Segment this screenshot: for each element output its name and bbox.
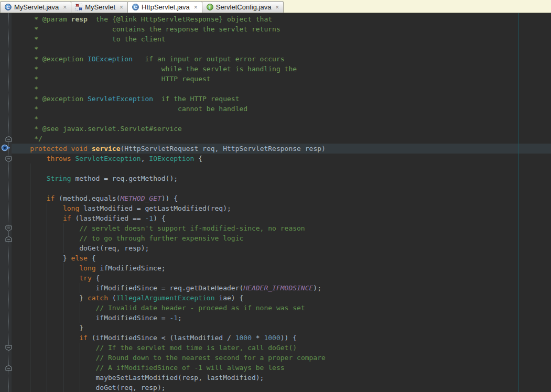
token-doc: * while the servlet is handling the <box>14 65 297 73</box>
tab-label: ServletConfig.java <box>216 3 272 11</box>
token-plain <box>88 145 92 153</box>
code-line: if (method.equals(METHOD_GET)) { <box>14 193 326 203</box>
token-plain: { <box>88 254 96 262</box>
code-line: } else { <box>14 253 326 263</box>
token-kw: throws <box>47 155 71 162</box>
token-plain: { <box>194 155 202 162</box>
fold-collapse-up-icon[interactable] <box>5 135 12 141</box>
editor-tab-servletconfig-java[interactable]: IServletConfig.java× <box>202 1 284 13</box>
token-kw: void <box>71 145 88 153</box>
code-line: * HTTP request <box>14 74 326 84</box>
code-line: long lastModified = getLastModified(req)… <box>14 203 326 213</box>
code-line: * to the client <box>14 34 326 44</box>
token-plain <box>14 155 47 162</box>
token-cls: IllegalArgumentException <box>116 294 215 302</box>
code-line: * <box>14 44 326 54</box>
token-plain: , <box>141 155 149 162</box>
code-line: // Invalid date header - proceed as if n… <box>14 303 326 313</box>
code-line: * @exception ServletException if the HTT… <box>14 94 326 104</box>
token-plain: ifModifiedSince = <box>14 314 169 322</box>
code-line: doGet(req, resp); <box>14 243 326 253</box>
tab-close-icon[interactable]: × <box>194 4 198 10</box>
code-editor[interactable]: * @param resp the {@link HttpServletResp… <box>0 13 551 392</box>
token-plain: method = req.getMethod(); <box>71 175 178 182</box>
fold-collapse-down-icon[interactable] <box>5 344 12 350</box>
editor-tab-httpservlet-java[interactable]: CHttpServlet.java× <box>127 1 202 13</box>
token-plain: iae) { <box>215 294 244 302</box>
code-line: * <box>14 84 326 94</box>
token-doc: * to the client <box>14 35 166 43</box>
token-tagval: resp <box>71 15 88 23</box>
code-line: } <box>14 323 326 333</box>
code-line: * <box>14 114 326 124</box>
tab-close-icon[interactable]: × <box>275 4 279 10</box>
editor-gutter <box>0 13 12 392</box>
token-num: -1 <box>145 214 153 222</box>
fold-collapse-up-icon[interactable] <box>5 235 12 241</box>
method-overridden-marker-icon[interactable] <box>1 144 10 151</box>
token-doc: */ <box>14 135 42 143</box>
token-cmt: // Invalid date header - proceed as if n… <box>96 304 305 312</box>
folding-line <box>8 13 9 392</box>
token-kw: protected <box>30 145 67 153</box>
token-num: -1 <box>169 314 178 322</box>
code-line <box>14 164 326 173</box>
token-num: 1000 <box>235 334 252 342</box>
token-plain <box>67 145 71 153</box>
fold-collapse-down-icon[interactable] <box>5 155 12 161</box>
fold-collapse-up-icon[interactable] <box>5 364 12 370</box>
token-doc: * @see javax.servlet.Servlet#service <box>14 125 182 133</box>
token-plain: doGet(req, resp); <box>14 244 149 252</box>
token-doc: * <box>14 85 38 93</box>
code-line: * @param resp the {@link HttpServletResp… <box>14 14 326 24</box>
token-kw: long <box>79 264 95 272</box>
token-cls: String <box>47 175 71 182</box>
token-plain: ifModifiedSince; <box>96 264 166 272</box>
tab-label: MyServlet.java <box>14 3 59 11</box>
token-plain: maybeSetLastModified(resp, lastModified)… <box>14 374 264 382</box>
editor-tab-myservlet[interactable]: MyServlet× <box>71 1 128 13</box>
code-line: long ifModifiedSince; <box>14 263 326 273</box>
code-line: if (ifModifiedSince < (lastModified / 10… <box>14 333 326 343</box>
token-plain <box>14 304 96 312</box>
class-icon: C <box>5 4 12 10</box>
token-plain: (HttpServletRequest req, HttpServletResp… <box>121 145 326 153</box>
token-doc: the {@link HttpServletResponse} object t… <box>88 15 272 23</box>
code-text: * @param resp the {@link HttpServletResp… <box>14 14 326 392</box>
diagram-icon <box>75 4 82 10</box>
token-plain: ( <box>108 294 116 302</box>
tab-close-icon[interactable]: × <box>63 4 67 10</box>
token-plain: { <box>92 274 100 282</box>
code-line: // Round down to the nearest second for … <box>14 353 326 363</box>
token-plain <box>14 204 63 212</box>
tab-close-icon[interactable]: × <box>120 4 123 10</box>
editor-tab-bar: CMyServlet.java×MyServlet×CHttpServlet.j… <box>0 0 551 13</box>
code-line: * @see javax.servlet.Servlet#service <box>14 124 326 134</box>
token-doc: if an input or output error occurs <box>133 55 285 63</box>
editor-tab-myservlet-java[interactable]: CMyServlet.java× <box>0 1 71 13</box>
code-line: ifModifiedSince = req.getDateHeader(HEAD… <box>14 283 326 293</box>
token-plain <box>14 364 96 372</box>
token-doclink: ServletException <box>88 95 153 103</box>
token-plain: )) { <box>280 334 297 342</box>
code-line: throws ServletException, IOException { <box>14 154 326 164</box>
tab-label: HttpServlet.java <box>142 3 190 11</box>
token-doc: * @exception <box>14 55 88 63</box>
token-plain: ) { <box>153 214 165 222</box>
code-line: maybeSetLastModified(resp, lastModified)… <box>14 373 326 383</box>
class-icon: C <box>132 4 139 10</box>
token-plain <box>14 145 30 153</box>
token-plain: (method.equals( <box>55 194 120 202</box>
token-cls: IOException <box>149 155 194 162</box>
fold-collapse-down-icon[interactable] <box>5 224 12 231</box>
code-line: * @exception IOException if an input or … <box>14 54 326 64</box>
token-kw: else <box>71 254 88 262</box>
token-plain: (ifModifiedSince < (lastModified / <box>88 334 235 342</box>
code-line: * contains the response the servlet retu… <box>14 24 326 34</box>
token-plain <box>14 334 79 342</box>
token-kw: if <box>79 334 88 342</box>
token-kw: if <box>63 214 71 222</box>
code-line: // If the servlet mod time is later, cal… <box>14 343 326 353</box>
token-plain: } <box>14 294 88 302</box>
token-plain: ifModifiedSince = req.getDateHeader( <box>14 284 243 292</box>
